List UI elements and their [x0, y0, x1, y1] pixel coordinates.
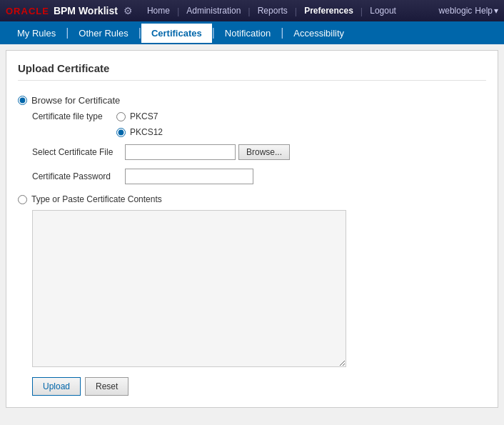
cert-textarea[interactable]	[32, 210, 346, 367]
cert-type-label: Certificate file type	[32, 111, 111, 121]
cert-type-group: Certificate file type PKCS7 PKCS12	[18, 111, 486, 137]
nav-certificates[interactable]: Certificates	[141, 24, 212, 43]
paste-radio-row: Type or Paste Certificate Contents	[18, 194, 486, 204]
nav-notification[interactable]: Notification	[215, 24, 281, 43]
select-file-label: Select Certificate File	[32, 147, 125, 157]
main-content: Upload Certificate Browse for Certificat…	[6, 50, 498, 408]
button-row: Upload Reset	[18, 377, 486, 396]
pkcs12-radio[interactable]	[116, 128, 126, 137]
nav-logout[interactable]: Logout	[366, 6, 400, 16]
page-title: Upload Certificate	[18, 62, 486, 81]
paste-radio-label: Type or Paste Certificate Contents	[31, 194, 162, 204]
app-title: BPM Worklist	[54, 5, 118, 16]
nav-other-rules[interactable]: Other Rules	[69, 24, 138, 43]
password-input[interactable]	[125, 169, 253, 184]
browse-button[interactable]: Browse...	[238, 144, 290, 160]
oracle-logo: ORACLE	[6, 6, 49, 16]
chevron-down-icon: ▾	[494, 6, 498, 16]
nav-administration[interactable]: Administration	[182, 6, 245, 16]
pkcs7-row: PKCS7	[116, 111, 158, 121]
select-file-row: Select Certificate File Browse...	[18, 144, 486, 160]
browse-radio-label: Browse for Certificate	[31, 95, 120, 106]
password-label: Certificate Password	[32, 171, 125, 181]
paste-radio[interactable]	[18, 195, 27, 204]
nav-preferences[interactable]: Preferences	[300, 6, 358, 16]
second-navbar: My Rules | Other Rules | Certificates | …	[0, 21, 504, 44]
upload-button[interactable]: Upload	[32, 377, 81, 396]
browse-radio-row: Browse for Certificate	[18, 95, 486, 106]
file-input[interactable]	[125, 144, 236, 160]
pkcs7-label: PKCS7	[130, 111, 158, 121]
nav-home[interactable]: Home	[143, 6, 174, 16]
nav-accessibility[interactable]: Accessibility	[283, 24, 354, 43]
weblogic-link: weblogic	[439, 6, 473, 16]
pkcs12-label: PKCS12	[130, 127, 163, 137]
top-navbar: ORACLE BPM Worklist ⚙ Home | Administrat…	[0, 0, 504, 21]
pkcs7-radio[interactable]	[116, 112, 126, 121]
help-link[interactable]: Help ▾	[475, 6, 498, 16]
password-row: Certificate Password	[18, 169, 486, 184]
nav-my-rules[interactable]: My Rules	[7, 24, 66, 43]
reset-button[interactable]: Reset	[85, 377, 128, 396]
browse-radio[interactable]	[18, 96, 27, 105]
nav-reports[interactable]: Reports	[253, 6, 292, 16]
app-icon: ⚙	[124, 5, 133, 16]
top-nav-links: Home | Administration | Reports | Prefer…	[143, 6, 400, 16]
pkcs12-row: PKCS12	[116, 127, 163, 137]
